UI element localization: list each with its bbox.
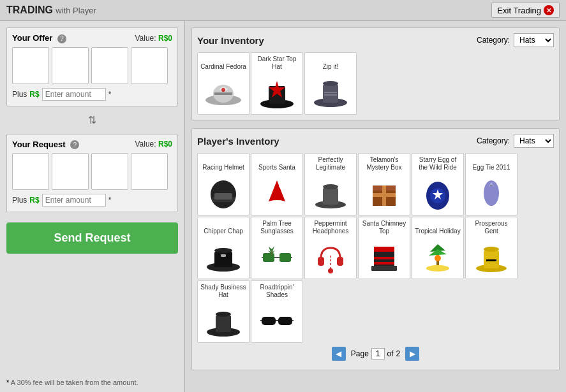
item-name: Perfectly Legitimate: [308, 156, 354, 171]
offer-item-slots: [12, 47, 172, 84]
offer-slot-3[interactable]: [91, 47, 128, 84]
request-help-icon[interactable]: ?: [70, 140, 79, 149]
svg-point-17: [267, 200, 287, 207]
player-item-tropical-holiday[interactable]: Tropical Holiday: [412, 217, 464, 279]
offer-asterisk: *: [108, 90, 112, 99]
exit-trading-button[interactable]: Exit Trading ✕: [491, 3, 560, 18]
item-name: Starry Egg of the Wild Ride: [415, 156, 461, 171]
player-item-peppermint-headphones[interactable]: Peppermint Headphones: [304, 217, 357, 279]
egg-tie-svg: [472, 174, 510, 212]
arrows-icon: ⇅: [88, 114, 96, 126]
your-item-zip-it[interactable]: Zip it!: [304, 52, 357, 115]
svg-rect-44: [318, 257, 324, 266]
item-img: [204, 174, 242, 212]
request-title: Your Request: [12, 140, 66, 149]
request-plus-row: Plus R$ *: [12, 194, 172, 207]
your-item-cardinal-fedora[interactable]: Cardinal Fedora: [197, 52, 249, 115]
prev-page-button[interactable]: ◀: [332, 347, 346, 361]
request-item-slots: [12, 153, 172, 190]
svg-rect-36: [263, 253, 274, 262]
item-img: [258, 174, 296, 212]
item-img: [419, 174, 457, 212]
offer-slot-2[interactable]: [52, 47, 89, 84]
player-item-racing-helmet[interactable]: Racing Helmet: [197, 153, 249, 215]
your-inventory-grid: Cardinal Fedora Dark Star Top Hat: [197, 52, 554, 115]
page-label: Page: [351, 349, 369, 358]
fee-note: * A 30% fee will be taken from the amoun…: [6, 376, 178, 386]
svg-rect-45: [337, 257, 343, 266]
offer-title: Your Offer: [12, 33, 52, 43]
player-item-sports-santa[interactable]: Sports Santa: [251, 153, 303, 215]
player-item-santa-chimney-top[interactable]: Santa Chimney Top: [358, 217, 410, 279]
item-img: [311, 73, 350, 112]
item-img: [204, 238, 242, 276]
svg-rect-35: [221, 254, 226, 257]
player-inventory-grid: Racing Helmet Sports Santa: [197, 153, 554, 343]
player-category-select[interactable]: Hats Gear Faces: [514, 134, 554, 148]
svg-rect-50: [374, 247, 394, 252]
item-name: Zip it!: [308, 55, 354, 71]
prosperous-gent-svg: [472, 238, 510, 276]
player-inventory-category-row: Category: Hats Gear Faces: [477, 134, 554, 148]
item-name: Dark Star Top Hat: [254, 55, 300, 71]
cardinal-fedora-svg: [204, 73, 242, 112]
request-slot-4[interactable]: [131, 153, 168, 190]
item-name: Peppermint Headphones: [308, 220, 354, 235]
fee-note-text: A 30% fee will be taken from the amount.: [11, 379, 138, 386]
player-item-shady-business-hat[interactable]: Shady Business Hat: [197, 280, 249, 343]
svg-rect-63: [216, 316, 231, 332]
item-img: [472, 174, 510, 212]
player-item-mystery-box[interactable]: Telamon's Mystery Box: [358, 153, 410, 215]
player-item-chipper-chap[interactable]: Chipper Chap: [197, 217, 249, 279]
svg-rect-65: [262, 317, 276, 325]
offer-slot-4[interactable]: [131, 47, 168, 84]
svg-rect-43: [271, 250, 272, 256]
player-item-prosperous-gent[interactable]: Prosperous Gent: [465, 217, 518, 279]
player-item-egg-tie[interactable]: Egg Tie 2011: [465, 153, 518, 215]
starry-egg-svg: [419, 174, 457, 212]
svg-point-10: [323, 81, 338, 86]
dark-star-hat-svg: [258, 73, 296, 112]
divider: ⇅: [6, 112, 178, 129]
request-header: Your Request ? Value: R$0: [12, 140, 172, 150]
request-robux-icon: R$: [29, 196, 39, 205]
your-item-dark-star-top-hat[interactable]: Dark Star Top Hat: [251, 52, 303, 115]
player-inventory-title: Player's Inventory: [197, 136, 279, 147]
item-name: Egg Tie 2011: [468, 156, 514, 171]
offer-help-icon[interactable]: ?: [57, 34, 66, 43]
player-item-roadtrippin-shades[interactable]: Roadtrippin' Shades: [251, 280, 303, 343]
subtitle: with Player: [56, 6, 96, 15]
offer-title-row: Your Offer ?: [12, 33, 66, 43]
item-name: Santa Chimney Top: [361, 220, 407, 235]
your-category-select[interactable]: Hats Gear Faces: [514, 33, 554, 47]
svg-rect-2: [214, 92, 232, 95]
item-name: Cardinal Fedora: [200, 55, 246, 71]
sports-santa-svg: [258, 174, 296, 212]
svg-point-57: [435, 255, 441, 261]
item-img: [311, 174, 350, 212]
request-asterisk: *: [108, 196, 112, 205]
offer-amount-input[interactable]: [42, 88, 106, 101]
next-page-button[interactable]: ▶: [405, 347, 419, 361]
svg-point-56: [426, 265, 449, 272]
request-slot-3[interactable]: [91, 153, 128, 190]
player-inventory-section: Player's Inventory Category: Hats Gear F…: [191, 128, 560, 370]
request-slot-2[interactable]: [52, 153, 89, 190]
request-amount-input[interactable]: [42, 194, 106, 207]
svg-rect-20: [323, 188, 338, 205]
svg-rect-66: [278, 317, 292, 325]
left-panel: Your Offer ? Value: R$0 Plus R$: [0, 21, 185, 392]
item-img: [419, 238, 457, 276]
item-name: Tropical Holiday: [415, 220, 461, 235]
request-slot-1[interactable]: [12, 153, 49, 190]
offer-slot-1[interactable]: [12, 47, 49, 84]
player-item-starry-egg[interactable]: Starry Egg of the Wild Ride: [412, 153, 464, 215]
offer-robux-icon: R$: [29, 90, 39, 99]
your-inventory-title: Your Inventory: [197, 35, 264, 46]
zip-it-svg: [311, 73, 350, 112]
send-request-button[interactable]: Send Request: [6, 222, 178, 254]
pagination: ◀ Page 1 of 2 ▶: [197, 343, 554, 365]
exit-x-icon: ✕: [544, 5, 554, 15]
player-item-palm-tree-sunglasses[interactable]: Palm Tree Sunglasses: [251, 217, 303, 279]
player-item-perfectly-legitimate[interactable]: Perfectly Legitimate: [304, 153, 357, 215]
